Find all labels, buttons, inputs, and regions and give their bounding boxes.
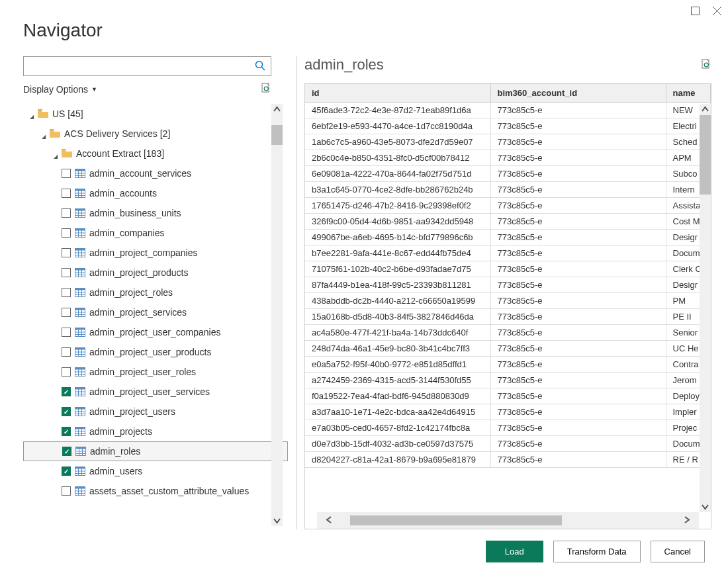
tree-item-table[interactable]: admin_account_services (23, 163, 288, 183)
data-table-wrapper: id bim360_account_id name 45f6ade3-72c2-… (304, 83, 711, 529)
table-row[interactable]: 2b6c0c4e-b850-4351-8fc0-d5cf00b78412773c… (305, 150, 711, 166)
display-options-dropdown[interactable]: Display Options ▼ (23, 84, 97, 95)
scroll-left-icon[interactable] (324, 514, 335, 525)
table-row[interactable]: e7a03b05-ced0-4657-8fd2-1c42174fbc8a773c… (305, 420, 711, 436)
scroll-down-icon[interactable] (700, 501, 711, 512)
expand-arrow-icon[interactable] (30, 111, 36, 117)
tree-item-table[interactable]: admin_project_user_products (23, 342, 288, 362)
scroll-up-icon[interactable] (700, 104, 711, 115)
table-row[interactable]: 15a0168b-d5d8-40b3-84f5-3827846d46da773c… (305, 309, 711, 325)
table-row[interactable]: d0e7d3bb-15df-4032-ad3b-ce0597d37575773c… (305, 436, 711, 452)
table-row[interactable]: d8204227-c81a-42a1-8679-b9a695e81879773c… (305, 452, 711, 468)
table-vertical-scrollbar[interactable] (700, 104, 711, 512)
checkbox[interactable] (62, 328, 71, 337)
col-header-id[interactable]: id (305, 84, 490, 103)
tree-item-table[interactable]: admin_project_user_companies (23, 322, 288, 342)
table-icon (75, 248, 85, 257)
table-row[interactable]: 1ab6c7c5-a960-43e5-8073-dfe2d7d59e07773c… (305, 134, 711, 150)
tree-item-table[interactable]: admin_project_services (23, 302, 288, 322)
table-row[interactable]: 6e09081a-4222-470a-8644-fa02f75d751d773c… (305, 166, 711, 182)
checkbox[interactable] (62, 427, 71, 436)
scroll-thumb[interactable] (271, 125, 283, 145)
checkbox[interactable] (62, 447, 71, 456)
tree-item-table[interactable]: admin_project_user_roles (23, 362, 288, 382)
table-icon (75, 268, 85, 277)
table-cell: 773c85c5-e (490, 373, 666, 388)
tree-item-table[interactable]: admin_business_units (23, 203, 288, 223)
scroll-down-icon[interactable] (271, 515, 283, 526)
col-header-bim360[interactable]: bim360_account_id (490, 84, 666, 103)
tree-item-table[interactable]: admin_users (23, 461, 288, 481)
checkbox[interactable] (62, 347, 71, 357)
checkbox[interactable] (62, 189, 71, 198)
tree-item-table[interactable]: assets_asset_custom_attribute_values (23, 481, 288, 501)
table-row[interactable]: e0a5a752-f95f-40b0-9772-e851d85dffd1773c… (305, 357, 711, 373)
scroll-thumb[interactable] (350, 515, 562, 525)
table-row[interactable]: f0a19522-7ea4-4fad-bdf6-945d880830d9773c… (305, 388, 711, 404)
table-row[interactable]: a2742459-2369-4315-acd5-3144f530fd55773c… (305, 373, 711, 388)
table-row[interactable]: 87fa4449-b1ea-418f-99c5-23393b811281773c… (305, 277, 711, 293)
checkbox[interactable] (62, 308, 71, 317)
tree-item-table[interactable]: admin_roles (23, 441, 288, 461)
tree-item-table[interactable]: admin_companies (23, 223, 288, 243)
table-horizontal-scrollbar[interactable] (317, 512, 699, 529)
table-row[interactable]: b7ee2281-9afa-441e-8c67-edd44fb75de4773c… (305, 245, 711, 261)
table-row[interactable]: 326f9c00-05d4-4d6b-9851-aa9342dd5948773c… (305, 214, 711, 230)
tree-item-table[interactable]: admin_accounts (23, 183, 288, 203)
table-cell: 6ebf2e19-e593-4470-a4ce-1d7cc8190d4a (305, 118, 490, 134)
scroll-thumb[interactable] (700, 115, 711, 195)
checkbox[interactable] (62, 367, 71, 377)
close-icon[interactable] (713, 7, 721, 17)
maximize-icon[interactable] (691, 7, 700, 17)
scroll-up-icon[interactable] (271, 104, 283, 115)
table-row[interactable]: 438abddb-dc2b-4440-a212-c66650a19599773c… (305, 293, 711, 309)
svg-rect-9 (75, 169, 85, 171)
table-row[interactable]: a3d7aa10-1e71-4e2c-bdca-aa42e4d64915773c… (305, 404, 711, 420)
tree-folder-root[interactable]: US [45] (23, 104, 288, 124)
checkbox[interactable] (62, 486, 71, 496)
checkbox[interactable] (62, 268, 71, 277)
data-table: id bim360_account_id name 45f6ade3-72c2-… (305, 84, 711, 468)
table-row[interactable]: b3a1c645-0770-4ce2-8dfe-bb286762b24b773c… (305, 182, 711, 198)
table-row[interactable]: 45f6ade3-72c2-4e3e-87d2-71eab89f1d6a773c… (305, 103, 711, 118)
col-header-name[interactable]: name (666, 84, 711, 103)
checkbox[interactable] (62, 248, 71, 257)
table-row[interactable]: 499067be-a6eb-4695-b14c-bfd779896c6b773c… (305, 230, 711, 245)
tree-item-table[interactable]: admin_project_users (23, 402, 288, 422)
tree-item-table[interactable]: admin_project_companies (23, 243, 288, 263)
checkbox[interactable] (62, 228, 71, 238)
tree-item-label: admin_account_services (89, 168, 191, 179)
checkbox[interactable] (62, 387, 71, 396)
checkbox[interactable] (62, 467, 71, 476)
cancel-button[interactable]: Cancel (651, 541, 705, 562)
preview-title: admin_roles (304, 56, 384, 73)
search-input[interactable] (29, 62, 255, 71)
tree-item-table[interactable]: admin_project_user_services (23, 382, 288, 402)
search-box[interactable] (23, 56, 271, 76)
sheet-refresh-icon[interactable] (701, 59, 711, 71)
tree-item-table[interactable]: admin_projects (23, 422, 288, 441)
table-row[interactable]: 6ebf2e19-e593-4470-a4ce-1d7cc8190d4a773c… (305, 118, 711, 134)
table-row[interactable]: 248d74da-46a1-45e9-bc80-3b41c4bc7ff3773c… (305, 341, 711, 357)
table-row[interactable]: 17651475-d246-47b2-8416-9c29398ef0f2773c… (305, 198, 711, 214)
sheet-refresh-icon[interactable] (261, 83, 271, 95)
load-button[interactable]: Load (486, 541, 543, 562)
tree-item-label: admin_users (89, 466, 142, 476)
tree-item-table[interactable]: admin_project_roles (23, 283, 288, 302)
search-icon[interactable] (255, 60, 265, 73)
tree-folder-acs[interactable]: ACS Delivery Services [2] (23, 124, 288, 144)
table-row[interactable]: ac4a580e-477f-421f-ba4a-14b73ddc640f773c… (305, 325, 711, 341)
tree-scrollbar[interactable] (271, 104, 283, 526)
checkbox[interactable] (62, 288, 71, 297)
checkbox[interactable] (62, 407, 71, 416)
table-cell: 773c85c5-e (490, 277, 666, 293)
expand-arrow-icon[interactable] (42, 130, 48, 137)
tree-item-table[interactable]: admin_project_products (23, 263, 288, 283)
tree-folder-extract[interactable]: Account Extract [183] (23, 144, 288, 163)
transform-data-button[interactable]: Transform Data (553, 541, 641, 562)
table-row[interactable]: 71075f61-102b-40c2-b6be-d93fadae7d75773c… (305, 261, 711, 277)
checkbox[interactable] (62, 169, 71, 178)
expand-arrow-icon[interactable] (54, 150, 60, 157)
checkbox[interactable] (62, 208, 71, 218)
scroll-right-icon[interactable] (681, 514, 692, 525)
